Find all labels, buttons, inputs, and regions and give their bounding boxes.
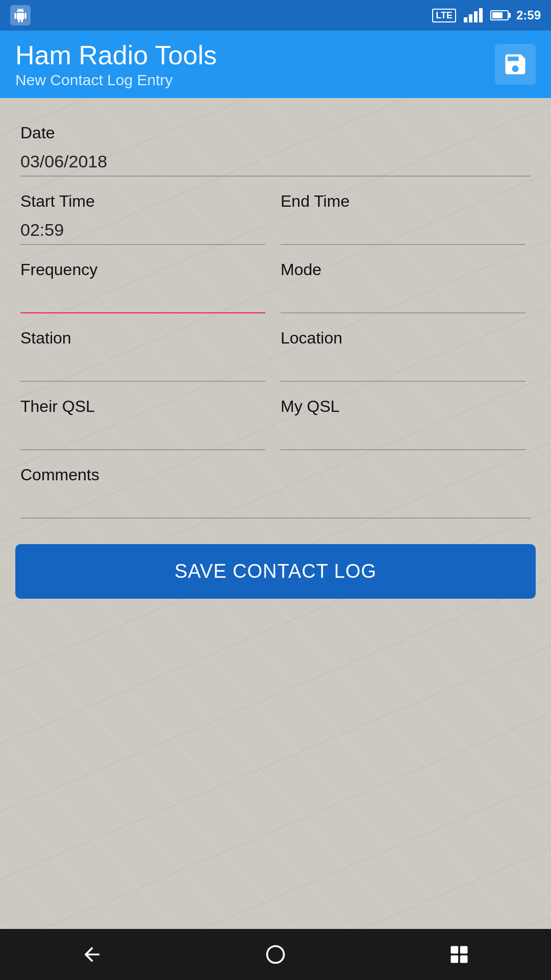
header-text: Ham Radio Tools New Contact Log Entry	[15, 40, 217, 89]
start-time-input[interactable]	[20, 215, 265, 245]
station-location-row: Station Location	[15, 318, 536, 387]
comments-label: Comments	[20, 465, 531, 484]
location-input[interactable]	[281, 352, 525, 382]
their-qsl-label: Their QSL	[20, 397, 265, 416]
recent-apps-icon	[448, 943, 470, 966]
battery-indicator	[490, 10, 509, 20]
comments-row: Comments	[15, 455, 536, 524]
date-label: Date	[20, 124, 531, 142]
save-button-container: SAVE CONTACT LOG	[0, 529, 551, 614]
mode-label: Mode	[281, 260, 525, 279]
header-save-button[interactable]	[495, 44, 536, 85]
comments-input[interactable]	[20, 488, 531, 519]
back-button[interactable]	[71, 934, 112, 975]
freq-mode-row: Frequency Mode	[15, 250, 536, 318]
end-time-field: End Time	[276, 182, 536, 250]
location-field: Location	[276, 318, 536, 387]
frequency-label: Frequency	[20, 260, 265, 279]
svg-rect-1	[460, 946, 468, 954]
start-time-field: Start Time	[15, 182, 276, 250]
mode-field: Mode	[276, 250, 536, 318]
date-row: Date	[15, 113, 536, 182]
status-bar-right: LTE 2:59	[432, 8, 541, 22]
station-input[interactable]	[20, 352, 265, 382]
time-row: Start Time End Time	[15, 182, 536, 250]
battery-fill	[492, 12, 503, 18]
station-field: Station	[15, 318, 276, 387]
app-title: Ham Radio Tools	[15, 40, 217, 70]
station-label: Station	[20, 329, 265, 348]
floppy-disk-icon	[502, 51, 529, 78]
lte-indicator: LTE	[432, 9, 456, 22]
clock-time: 2:59	[516, 8, 541, 22]
home-icon	[264, 943, 287, 966]
svg-rect-2	[451, 955, 459, 963]
comments-field: Comments	[15, 455, 536, 524]
end-time-label: End Time	[281, 192, 525, 211]
frequency-input[interactable]	[20, 283, 265, 313]
their-qsl-field: Their QSL	[15, 387, 276, 455]
app-header: Ham Radio Tools New Contact Log Entry	[0, 31, 551, 98]
date-field: Date	[15, 113, 536, 182]
start-time-label: Start Time	[20, 192, 265, 211]
bottom-navigation	[0, 929, 551, 980]
status-bar: LTE 2:59	[0, 0, 551, 31]
qsl-row: Their QSL My QSL	[15, 387, 536, 455]
signal-strength	[464, 8, 483, 22]
their-qsl-input[interactable]	[20, 420, 265, 450]
save-contact-log-button[interactable]: SAVE CONTACT LOG	[15, 544, 536, 599]
location-label: Location	[281, 329, 525, 348]
mode-input[interactable]	[281, 283, 525, 313]
svg-rect-0	[451, 946, 459, 954]
my-qsl-label: My QSL	[281, 397, 525, 416]
recent-apps-button[interactable]	[439, 934, 480, 975]
svg-rect-3	[460, 955, 468, 963]
date-input[interactable]	[20, 146, 531, 177]
home-button[interactable]	[255, 934, 296, 975]
end-time-input[interactable]	[281, 215, 525, 245]
status-bar-left	[10, 5, 31, 26]
form-container: Date Start Time End Time Frequency Mode	[0, 98, 551, 524]
back-arrow-icon	[81, 943, 103, 966]
android-icon	[10, 5, 31, 26]
app-subtitle: New Contact Log Entry	[15, 71, 217, 89]
my-qsl-field: My QSL	[276, 387, 536, 455]
main-content: Date Start Time End Time Frequency Mode	[0, 98, 551, 980]
my-qsl-input[interactable]	[281, 420, 525, 450]
frequency-field: Frequency	[15, 250, 276, 318]
